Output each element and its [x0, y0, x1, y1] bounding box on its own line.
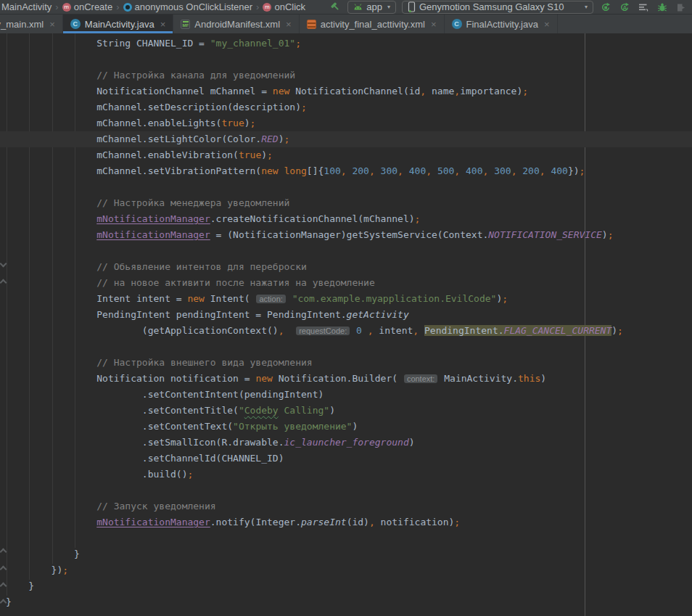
profiler-icon[interactable] [637, 1, 650, 14]
toolbar-right-group: app ▾ Genymotion Samsung Galaxy S10 ▾ A [329, 1, 692, 14]
code-line[interactable]: String CHANNEL_ID = "my_channel_01"; [0, 36, 692, 52]
method-icon [62, 3, 71, 12]
code-line[interactable]: .build(); [0, 467, 692, 482]
navigation-toolbar: MainActivity›onCreate›anonymous OnClickL… [0, 0, 692, 15]
chevron-down-icon: ▾ [387, 4, 390, 10]
code-line[interactable] [0, 339, 692, 355]
tab-label: MainActivity.java [85, 19, 155, 30]
code-line[interactable]: // Обьявление интентов для переброски [0, 259, 692, 275]
tab-FinalActtivity.java[interactable]: FinalActtivity.java× [445, 15, 558, 33]
debug-bug-icon[interactable] [656, 1, 669, 14]
tab-close-icon[interactable]: × [49, 19, 55, 30]
tab-label: activity_final_acttivity.xml [321, 19, 425, 30]
code-line[interactable] [0, 482, 692, 498]
code-line[interactable]: (getApplicationContext(), requestCode: 0… [0, 323, 692, 339]
apply-code-changes-icon[interactable]: A [618, 1, 631, 14]
breadcrumb-label: MainActivity [1, 1, 52, 12]
tab-label: FinalActtivity.java [466, 19, 538, 30]
tab-close-icon[interactable]: × [286, 19, 292, 30]
code-area[interactable]: String CHANNEL_ID = "my_channel_01"; // … [0, 36, 692, 610]
anonymous-class-icon [123, 3, 132, 12]
device-selector[interactable]: Genymotion Samsung Galaxy S10 ▾ [402, 1, 593, 14]
code-line[interactable] [0, 52, 692, 67]
breadcrumb-item-anonymous-onclicklistener[interactable]: anonymous OnClickListener [123, 1, 253, 12]
code-line[interactable]: mNotificationManager = (NotificationMana… [0, 227, 692, 243]
code-line[interactable]: mChannel.setDescription(description); [0, 99, 692, 115]
code-line[interactable]: // Запуск уведомления [0, 498, 692, 514]
code-line[interactable]: mNotificationManager.createNotificationC… [0, 211, 692, 227]
code-line[interactable]: } [0, 578, 692, 594]
tab-close-icon[interactable]: × [431, 19, 437, 30]
code-line[interactable]: PendingIntent pendingIntent = PendingInt… [0, 307, 692, 323]
code-line[interactable] [0, 243, 692, 259]
tab-activity_final_acttivity.xml[interactable]: activity_final_acttivity.xml× [300, 15, 445, 33]
code-line[interactable]: } [0, 546, 692, 562]
breadcrumb-item-mainactivity[interactable]: MainActivity [1, 1, 52, 12]
code-line[interactable]: Intent intent = new Intent( action: "com… [0, 291, 692, 307]
code-line[interactable]: // Настройка внешнего вида уведомления [0, 355, 692, 371]
svg-text:A: A [622, 4, 627, 11]
run-config-label: app [366, 1, 382, 12]
tab-label: AndroidManifest.xml [194, 19, 280, 30]
code-line[interactable]: // Настройка канала для уведомлений [0, 67, 692, 83]
code-line[interactable]: .setContentTitle("Codeby Calling") [0, 403, 692, 419]
tab-close-icon[interactable]: × [544, 19, 550, 30]
apply-changes-restart-icon[interactable] [599, 1, 612, 14]
breadcrumb-item-onclick[interactable]: onClick [263, 1, 305, 12]
code-line[interactable]: .setContentText("Открыть уведомление") [0, 419, 692, 435]
layout-xml-icon [307, 20, 316, 29]
breadcrumb-label: onClick [274, 1, 305, 12]
run-config-selector[interactable]: app ▾ [347, 1, 396, 14]
editor-tab-bar: ity_main.xml×MainActivity.java×AndroidMa… [0, 15, 692, 33]
build-hammer-icon[interactable] [329, 1, 342, 14]
code-line[interactable]: }); [0, 562, 692, 578]
device-label: Genymotion Samsung Galaxy S10 [419, 1, 580, 12]
java-class-icon [452, 19, 462, 29]
code-line[interactable]: Notification notification = new Notifica… [0, 371, 692, 387]
manifest-icon [181, 20, 190, 29]
breadcrumb-item-oncreate[interactable]: onCreate [62, 1, 112, 12]
code-line[interactable]: mChannel.enableLights(true); [0, 115, 692, 131]
breadcrumb-separator-icon: › [256, 1, 259, 12]
code-line[interactable]: NotificationChannel mChannel = new Notif… [0, 83, 692, 99]
android-studio-window: MainActivity›onCreate›anonymous OnClickL… [0, 0, 692, 616]
code-line[interactable]: .setChannelId(CHANNEL_ID) [0, 451, 692, 467]
chevron-down-icon: ▾ [585, 4, 588, 10]
method-icon [263, 3, 271, 12]
java-class-icon [70, 19, 81, 29]
attach-debugger-icon[interactable] [675, 1, 688, 14]
breadcrumb-label: anonymous OnClickListener [135, 1, 253, 12]
device-phone-icon [408, 1, 416, 12]
android-module-icon [353, 4, 363, 10]
breadcrumb: MainActivity›onCreate›anonymous OnClickL… [0, 1, 329, 12]
code-line[interactable] [0, 530, 692, 546]
code-line[interactable]: mChannel.setVibrationPattern(new long[]{… [0, 163, 692, 179]
code-line[interactable]: mChannel.setLightColor(Color.RED); [0, 131, 692, 147]
code-line[interactable]: .setSmallIcon(R.drawable.ic_launcher_for… [0, 435, 692, 451]
breadcrumb-label: onCreate [74, 1, 112, 12]
code-line[interactable]: // на новое активити после нажатия на ув… [0, 275, 692, 291]
code-line[interactable]: mNotificationManager.notify(Integer.pars… [0, 514, 692, 530]
code-line[interactable]: } [0, 594, 692, 610]
code-line[interactable]: .setContentIntent(pendingIntent) [0, 387, 692, 403]
code-editor[interactable]: String CHANNEL_ID = "my_channel_01"; // … [0, 33, 692, 616]
tab-ity_main.xml[interactable]: ity_main.xml× [0, 15, 63, 33]
tab-label: ity_main.xml [0, 19, 44, 30]
code-line[interactable]: mChannel.enableVibration(true); [0, 147, 692, 163]
breadcrumb-separator-icon: › [116, 1, 119, 12]
code-line[interactable] [0, 179, 692, 195]
code-line[interactable]: // Настройка менеджера уведомлений [0, 195, 692, 211]
breadcrumb-separator-icon: › [55, 1, 58, 12]
tab-MainActivity.java[interactable]: MainActivity.java× [63, 15, 173, 33]
tab-AndroidManifest.xml[interactable]: AndroidManifest.xml× [173, 15, 299, 33]
tab-close-icon[interactable]: × [160, 19, 166, 30]
